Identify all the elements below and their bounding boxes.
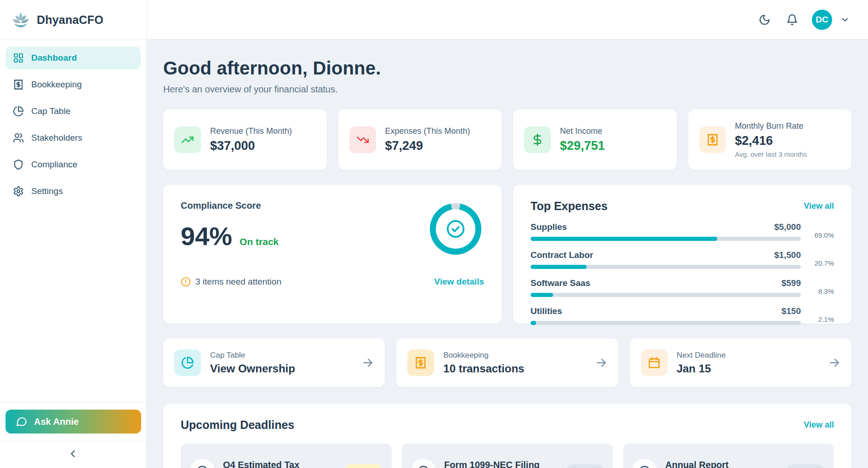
page-title: Good afternoon, Dionne. [163, 58, 851, 79]
clock-icon [190, 459, 215, 468]
expense-amount: $5,000 [774, 222, 801, 232]
trending-down-icon [349, 126, 376, 153]
expense-row: Contract Labor $1,500 20.7% [531, 250, 834, 269]
cap-table-action-card[interactable]: Cap Table View Ownership [163, 338, 385, 387]
expense-row: Utilities $150 2.1% [531, 306, 834, 325]
sidebar-item-compliance[interactable]: Compliance [6, 153, 141, 176]
lotus-logo-icon [11, 10, 30, 29]
deadline-item[interactable]: Form 1099-NEC Filing Due Jan 31 28 days [402, 444, 613, 468]
stat-card-burn-rate: Monthly Burn Rate $2,416 Avg. over last … [688, 109, 852, 170]
sidebar-footer: Ask Annie [0, 402, 146, 468]
calendar-icon [641, 349, 668, 376]
expense-bar-fill [531, 237, 717, 241]
expense-percent: 69.0% [801, 224, 834, 239]
notifications-button[interactable] [784, 12, 800, 28]
expense-bar-track [531, 237, 801, 241]
expense-percent: 20.7% [801, 252, 834, 267]
upcoming-deadlines-card: Upcoming Deadlines View all Q4 Estimated… [163, 404, 851, 468]
chevron-left-icon [68, 449, 78, 459]
action-label: Bookkeeping [443, 351, 524, 360]
expense-row: Supplies $5,000 69.0% [531, 222, 834, 241]
expense-name: Utilities [531, 306, 562, 316]
compliance-donut [430, 203, 481, 255]
expense-amount: $150 [782, 306, 801, 316]
expense-bar-track [531, 321, 801, 325]
top-expenses-card: Top Expenses View all Supplies $5,000 69… [513, 185, 851, 324]
collapse-sidebar-button[interactable] [68, 449, 78, 459]
view-details-link[interactable]: View details [434, 277, 484, 287]
expense-bar-fill [531, 321, 536, 325]
deadline-title: Q4 Estimated Tax [223, 460, 299, 468]
top-expenses-title: Top Expenses [531, 200, 608, 213]
sidebar-item-bookkeeping[interactable]: Bookkeeping [6, 73, 141, 96]
stat-value: $37,000 [210, 139, 292, 153]
action-value: Jan 15 [677, 362, 726, 375]
action-label: Cap Table [210, 351, 295, 360]
stat-value: $7,249 [385, 139, 470, 153]
action-value: 10 transactions [443, 362, 524, 375]
sidebar-item-stakeholders[interactable]: Stakeholders [6, 126, 141, 149]
expense-name: Supplies [531, 222, 567, 232]
days-remaining-badge: 71 days [787, 464, 825, 468]
next-deadline-action-card[interactable]: Next Deadline Jan 15 [630, 338, 851, 387]
sidebar-collapse-row [0, 441, 146, 468]
expense-name: Contract Labor [531, 250, 593, 260]
expense-name: Software Saas [531, 278, 590, 288]
stat-sublabel: Avg. over last 3 months [735, 150, 807, 158]
deadlines-view-all-link[interactable]: View all [804, 420, 834, 430]
expenses-view-all-link[interactable]: View all [804, 201, 834, 211]
days-remaining-badge: 28 days [565, 464, 604, 468]
expense-bar-track [531, 265, 801, 269]
sidebar-item-cap-table[interactable]: Cap Table [6, 100, 141, 123]
receipt-icon [699, 126, 726, 153]
stat-label: Net Income [560, 126, 605, 136]
alert-circle-icon [181, 277, 191, 287]
clock-icon [632, 459, 657, 468]
arrow-right-icon [828, 357, 840, 369]
compliance-attention-text: 3 items need attention [195, 277, 281, 287]
stat-card-expenses: Expenses (This Month) $7,249 [338, 109, 502, 170]
pie-chart-icon [174, 349, 201, 376]
ask-annie-button[interactable]: Ask Annie [6, 410, 141, 434]
deadline-title: Form 1099-NEC Filing [444, 460, 540, 468]
bell-icon [786, 14, 798, 26]
expense-percent: 2.1% [801, 308, 834, 323]
sidebar-item-label: Stakeholders [31, 133, 82, 143]
expense-bar-track [531, 293, 801, 297]
receipt-icon [13, 79, 24, 90]
deadlines-title: Upcoming Deadlines [181, 418, 294, 432]
sidebar-item-label: Cap Table [31, 106, 70, 116]
expense-amount: $599 [782, 278, 801, 288]
sidebar-item-label: Dashboard [31, 53, 77, 63]
middle-row: Compliance Score 94% On track 3 item [163, 185, 851, 324]
expense-bar-fill [531, 265, 587, 269]
trending-up-icon [174, 126, 201, 153]
bookkeeping-action-card[interactable]: Bookkeeping 10 transactions [396, 338, 618, 387]
days-remaining-badge: 12 days [344, 464, 383, 468]
chat-bubble-icon [16, 416, 28, 428]
arrow-right-icon [595, 357, 607, 369]
expense-amount: $1,500 [774, 250, 801, 260]
expense-row: Software Saas $599 8.3% [531, 278, 834, 297]
receipt-icon [407, 349, 434, 376]
stat-value: $2,416 [735, 134, 807, 148]
sidebar-nav: Dashboard Bookkeeping Cap Table Stakehol… [0, 40, 146, 209]
page-subtitle: Here's an overview of your financial sta… [163, 84, 851, 95]
check-circle-icon [445, 218, 466, 240]
deadline-item[interactable]: Q4 Estimated Tax Due Jan 15 12 days [181, 444, 392, 468]
stat-label: Monthly Burn Rate [735, 121, 807, 131]
clock-icon [411, 459, 436, 468]
deadline-items-row: Q4 Estimated Tax Due Jan 15 12 days Form… [181, 444, 834, 468]
compliance-score-value: 94% [181, 221, 232, 251]
sidebar-item-settings[interactable]: Settings [6, 180, 141, 203]
avatar[interactable]: DC [812, 10, 832, 30]
compliance-score-card: Compliance Score 94% On track 3 item [163, 185, 502, 324]
stat-label: Expenses (This Month) [385, 126, 470, 136]
sidebar-item-label: Compliance [31, 160, 77, 170]
deadline-item[interactable]: Annual Report Due Mar 15 71 days [623, 444, 834, 468]
sidebar-item-dashboard[interactable]: Dashboard [6, 46, 141, 69]
dashboard-content: Good afternoon, Dionne. Here's an overvi… [147, 40, 868, 468]
compliance-status: On track [240, 236, 279, 247]
dark-mode-toggle-button[interactable] [757, 12, 772, 28]
profile-menu-button[interactable] [839, 13, 851, 26]
